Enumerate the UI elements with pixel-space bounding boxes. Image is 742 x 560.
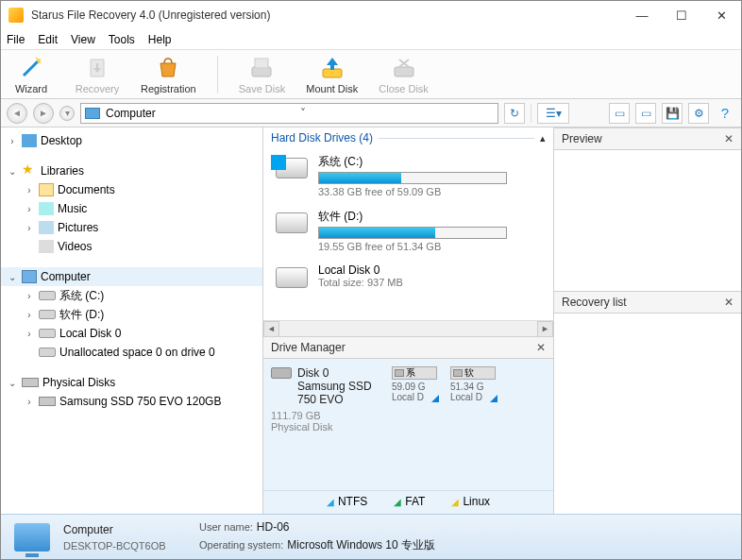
minimize-button[interactable]: — <box>630 8 654 23</box>
status-name: Computer <box>63 523 186 536</box>
tree-videos[interactable]: Videos <box>1 237 262 256</box>
drive-manager-close-icon[interactable]: ✕ <box>536 341 546 354</box>
statusbar: Computer DESKTOP-BCQT6OB User name:HD-06… <box>1 514 741 559</box>
main-view: Hard Disk Drives (4) ▴ 系统 (C:)33.38 GB f… <box>263 127 553 336</box>
recovery-button[interactable]: Recovery <box>75 55 120 94</box>
tree-computer[interactable]: ⌄Computer <box>1 267 262 286</box>
right-panel: Preview ✕ Recovery list ✕ <box>554 127 741 514</box>
menu-view[interactable]: View <box>71 33 95 46</box>
legend-linux: Linux <box>451 495 490 508</box>
drive-icon <box>275 209 309 237</box>
close-disk-button[interactable]: Close Disk <box>379 55 429 94</box>
drive-icon <box>275 154 309 182</box>
address-text: Computer <box>106 107 296 120</box>
drive-manager-panel: Drive Manager ✕ Disk 0 Samsung SSD 750 E… <box>263 336 553 514</box>
toolbar-separator <box>217 56 218 93</box>
drive-icon <box>275 263 309 292</box>
status-os: Microsoft Windows 10 专业版 <box>287 538 435 552</box>
panel-button-2[interactable]: ▭ <box>635 103 656 124</box>
partition[interactable]: 系59.09 GLocal D <box>392 366 437 433</box>
window-controls: — ☐ ✕ <box>630 8 734 23</box>
navbar: ◄ ► ▾ Computer ˅ ↻ ☰▾ ▭ ▭ 💾 ⚙ ? <box>1 99 741 127</box>
mount-disk-icon <box>319 55 346 81</box>
preview-header: Preview ✕ <box>554 127 741 150</box>
scroll-left-icon[interactable]: ◄ <box>263 321 279 337</box>
computer-icon <box>85 108 100 119</box>
save-disk-icon <box>248 55 275 81</box>
drive-item[interactable]: 系统 (C:)33.38 GB free of 59.09 GB <box>263 148 553 203</box>
menu-tools[interactable]: Tools <box>109 33 135 46</box>
tree-desktop[interactable]: ›Desktop <box>1 131 262 150</box>
titlebar: Starus File Recovery 4.0 (Unregistered v… <box>1 1 741 29</box>
menu-help[interactable]: Help <box>148 33 172 46</box>
registration-button[interactable]: Registration <box>141 55 196 94</box>
content-area: ›Desktop ⌄Libraries ›Documents ›Music ›P… <box>1 127 741 514</box>
tree-ssd[interactable]: ›Samsung SSD 750 EVO 120GB <box>1 392 262 411</box>
address-dropdown-icon[interactable]: ˅ <box>296 107 495 120</box>
drive-manager-header: Drive Manager ✕ <box>263 336 553 359</box>
tree-panel: ›Desktop ⌄Libraries ›Documents ›Music ›P… <box>1 127 263 514</box>
settings-button[interactable]: ⚙ <box>688 103 709 124</box>
disk-entry[interactable]: Disk 0 Samsung SSD 750 EVO 111.79 GB Phy… <box>271 366 546 433</box>
recovery-list-header: Recovery list ✕ <box>554 291 741 314</box>
save-icon-button[interactable]: 💾 <box>662 103 683 124</box>
tree-pictures[interactable]: ›Pictures <box>1 218 262 237</box>
section-title: Hard Disk Drives (4) <box>271 131 373 144</box>
status-host: DESKTOP-BCQT6OB <box>63 540 186 552</box>
partition[interactable]: 软51.34 GLocal D <box>450 366 496 433</box>
drives-section-header: Hard Disk Drives (4) ▴ <box>263 127 553 148</box>
tree-unallocated[interactable]: Unallocated space 0 on drive 0 <box>1 343 262 362</box>
svg-line-0 <box>24 60 39 76</box>
nav-back-button[interactable]: ◄ <box>7 103 27 124</box>
tree-physical[interactable]: ⌄Physical Disks <box>1 373 262 392</box>
legend-fat: FAT <box>394 495 425 508</box>
fs-legend: NTFS FAT Linux <box>263 490 553 508</box>
recovery-close-icon[interactable]: ✕ <box>724 296 734 309</box>
svg-rect-4 <box>323 69 342 77</box>
close-disk-icon <box>391 55 417 81</box>
menu-edit[interactable]: Edit <box>38 33 58 46</box>
menubar: File Edit View Tools Help <box>1 29 741 50</box>
tree-drive-d[interactable]: ›软件 (D:) <box>1 305 262 324</box>
view-mode-button[interactable]: ☰▾ <box>537 103 569 124</box>
tree-documents[interactable]: ›Documents <box>1 180 262 199</box>
help-button[interactable]: ? <box>715 103 735 124</box>
save-disk-button[interactable]: Save Disk <box>239 55 286 94</box>
section-collapse-icon[interactable]: ▴ <box>540 132 546 144</box>
toolbar: Wizard Recovery Registration Save Disk M… <box>1 50 741 99</box>
nav-forward-button[interactable]: ► <box>33 103 54 124</box>
tree-drive-c[interactable]: ›系统 (C:) <box>1 286 262 305</box>
recovery-icon <box>84 55 110 81</box>
center-panel: Hard Disk Drives (4) ▴ 系统 (C:)33.38 GB f… <box>263 127 554 514</box>
preview-body <box>554 150 741 291</box>
wand-icon <box>18 55 44 81</box>
address-bar[interactable]: Computer ˅ <box>80 103 498 124</box>
nav-dropdown-button[interactable]: ▾ <box>59 106 75 121</box>
panel-button-1[interactable]: ▭ <box>609 103 630 124</box>
drive-name: Local Disk 0 <box>318 263 542 277</box>
preview-close-icon[interactable]: ✕ <box>724 132 734 145</box>
tree-local-disk[interactable]: ›Local Disk 0 <box>1 324 262 343</box>
drive-free: Total size: 937 MB <box>318 277 542 288</box>
drive-item[interactable]: Local Disk 0Total size: 937 MB <box>263 258 553 297</box>
computer-large-icon <box>14 523 50 552</box>
drive-name: 软件 (D:) <box>318 209 542 225</box>
close-button[interactable]: ✕ <box>709 8 734 23</box>
svg-rect-5 <box>395 67 413 76</box>
scroll-right-icon[interactable]: ► <box>537 321 553 337</box>
recovery-list-body <box>554 314 741 514</box>
tree-music[interactable]: ›Music <box>1 199 262 218</box>
wizard-button[interactable]: Wizard <box>8 55 54 94</box>
mount-disk-button[interactable]: Mount Disk <box>306 55 358 94</box>
drive-item[interactable]: 软件 (D:)19.55 GB free of 51.34 GB <box>263 203 553 258</box>
drive-free: 19.55 GB free of 51.34 GB <box>318 241 542 252</box>
refresh-button[interactable]: ↻ <box>504 103 525 124</box>
horizontal-scrollbar[interactable]: ◄ ► <box>263 320 553 336</box>
legend-ntfs: NTFS <box>327 495 367 508</box>
window-title: Starus File Recovery 4.0 (Unregistered v… <box>31 8 630 22</box>
drive-name: 系统 (C:) <box>318 154 542 170</box>
maximize-button[interactable]: ☐ <box>669 8 694 23</box>
bag-icon <box>155 55 181 81</box>
tree-libraries[interactable]: ⌄Libraries <box>1 161 262 180</box>
menu-file[interactable]: File <box>7 33 25 46</box>
